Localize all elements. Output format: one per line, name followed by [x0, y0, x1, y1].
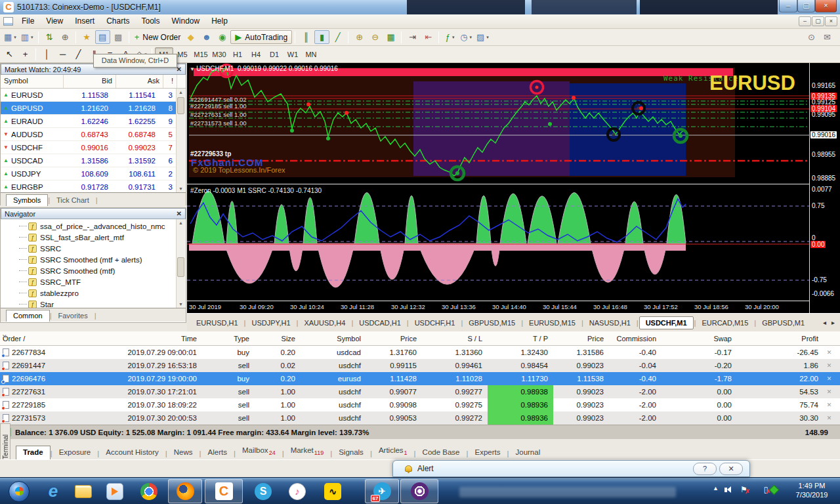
close-button[interactable]: ×	[815, 0, 837, 12]
terminal-tab-articles[interactable]: Articles1	[372, 444, 414, 459]
alert-popup[interactable]: Alert ? ✕	[392, 460, 750, 477]
orders-column-time[interactable]: Time	[91, 335, 202, 343]
chart-tabs-scroll[interactable]: ◂▸	[818, 319, 840, 326]
orders-column-type[interactable]: Type	[202, 335, 255, 343]
taskbar-clock[interactable]: 1:49 PM 7/30/2019	[786, 481, 837, 499]
strategy-tester-button[interactable]: ▩	[111, 30, 126, 44]
close-order-icon[interactable]: ✕	[824, 388, 835, 395]
column-header-[interactable]: !	[163, 75, 177, 88]
orders-column-swap[interactable]: Swap	[662, 335, 737, 343]
orders-column-symbol[interactable]: Symbol	[301, 335, 366, 343]
menu-view[interactable]: View	[40, 14, 69, 28]
mdi-restore-button[interactable]: ▢	[812, 16, 824, 26]
terminal-close-icon[interactable]: ✕	[2, 333, 7, 340]
orders-column-order[interactable]: Order /	[0, 335, 91, 343]
timeframe-m30-button[interactable]: M30	[210, 47, 228, 60]
menu-charts[interactable]: Charts	[100, 14, 135, 28]
close-order-icon[interactable]: ✕	[824, 375, 835, 382]
terminal-tab-experts[interactable]: Experts	[469, 446, 507, 459]
menu-tools[interactable]: Tools	[136, 14, 166, 28]
price-chart-canvas[interactable]	[187, 63, 809, 184]
navigator-item-star[interactable]: ƒStar	[1, 299, 177, 308]
timeframe-h4-button[interactable]: H4	[247, 47, 265, 60]
market-watch-toggle-button[interactable]: ⇅	[42, 30, 57, 44]
order-row-22727631[interactable]: 227276312019.07.30 17:21:01sell1.00usdch…	[0, 385, 840, 398]
scroll-up-icon[interactable]: ▲	[177, 220, 185, 225]
volume-icon[interactable]	[724, 485, 731, 493]
market-watch-row-gbpusd[interactable]: ▲GBPUSD1.216201.216288	[1, 102, 177, 115]
taskbar-tor-button[interactable]	[400, 479, 438, 503]
timeframe-m15-button[interactable]: M15	[192, 47, 210, 60]
mdi-minimize-button[interactable]: –	[799, 16, 811, 26]
orders-column-sl[interactable]: S / L	[422, 335, 488, 343]
terminal-tab-account-history[interactable]: Account History	[99, 446, 165, 459]
order-row-22729185[interactable]: 227291852019.07.30 18:09:22sell1.00usdch…	[0, 398, 840, 411]
scrollbar-thumb[interactable]	[177, 257, 184, 277]
order-row-22731573[interactable]: 227315732019.07.30 20:00:53sell1.00usdch…	[0, 411, 840, 425]
order-row-22696476[interactable]: 226964762019.07.29 19:00:00buy0.20eurusd…	[0, 372, 840, 385]
market-watch-header[interactable]: SymbolBidAsk!	[1, 75, 186, 89]
taskbar-wmp-button[interactable]	[100, 479, 130, 503]
chart-tab-gbpusd-m1[interactable]: GBPUSD,M1	[757, 317, 810, 329]
chart-tab-usdchf-h1[interactable]: USDCHF,H1	[410, 317, 461, 329]
mdi-close-button[interactable]: ×	[825, 16, 837, 26]
trendline-button[interactable]: ╱	[71, 47, 86, 61]
vertical-line-button[interactable]: │	[39, 47, 54, 61]
orders-column-profit[interactable]: Profit	[737, 335, 824, 343]
chart-tab-nasusd-h1[interactable]: NASUSD,H1	[584, 317, 636, 329]
terminal-tab-code-base[interactable]: Code Base	[416, 446, 467, 459]
order-row-22677834[interactable]: 226778342019.07.29 09:00:01buy0.20usdcad…	[0, 346, 840, 359]
terminal-tab-signals[interactable]: Signals	[332, 446, 370, 459]
navigator-item-ssrc-smoothed--mtf---alerts-[interactable]: ƒSSRC Smoothed (mtf + alerts)	[1, 254, 177, 265]
network-error-icon[interactable]: ▯✗	[764, 485, 768, 494]
navigator-item-ssl_fast_sbar_alert_mtf[interactable]: ƒSSL_fast_sBar_alert_mtf	[1, 232, 177, 243]
new-order-button[interactable]: +New Order	[133, 30, 183, 44]
navigator-toggle-button[interactable]: ★	[79, 30, 94, 44]
taskbar-telegram-button[interactable]: ✈67	[365, 479, 399, 503]
market-watch-tab-tick-chart[interactable]: Tick Chart	[50, 195, 96, 206]
antivirus-tray-icon[interactable]	[770, 486, 778, 495]
orders-column-size[interactable]: Size	[255, 335, 301, 343]
terminal-tab-journal[interactable]: Journal	[509, 446, 547, 459]
chart-tab-eurcad-m15[interactable]: EURCAD,M15	[696, 317, 753, 329]
timeframe-mn-button[interactable]: MN	[302, 47, 320, 60]
navigator-item-ssrc[interactable]: ƒSSRC	[1, 243, 177, 254]
close-order-icon[interactable]: ✕	[824, 402, 835, 408]
zoom-in-button[interactable]: ⊕	[352, 30, 367, 44]
pane-divider[interactable]	[187, 184, 809, 184]
periods-button[interactable]: ◷▾	[458, 30, 474, 44]
menu-help[interactable]: Help	[205, 14, 234, 28]
scroll-down-icon[interactable]: ▼	[177, 302, 185, 306]
terminal-tab-mailbox[interactable]: Mailbox24	[236, 444, 282, 459]
navigator-tab-favorites[interactable]: Favorites	[51, 310, 94, 322]
cursor-button[interactable]: ↖	[2, 47, 17, 61]
navigator-item-ssrc-smoothed--mtf-[interactable]: ƒSSRC Smoothed (mtf)	[1, 265, 177, 276]
tile-windows-button[interactable]: ▦	[383, 30, 398, 44]
terminal-tab-market[interactable]: Market119	[284, 444, 331, 459]
orders-column-price[interactable]: Price	[553, 335, 609, 343]
orders-table-header[interactable]: Order /TimeTypeSizeSymbolPriceS / LT / P…	[0, 331, 840, 346]
chat-button[interactable]: ✉	[820, 30, 835, 44]
crosshair-button[interactable]: +	[18, 47, 33, 61]
timeframe-h1-button[interactable]: H1	[228, 47, 247, 60]
title-bar[interactable]: C 5101713: Coinexx-Demo - [USDCHF,M1] – …	[0, 0, 840, 14]
chart-tab-gbpusd-m15[interactable]: GBPUSD,M15	[463, 317, 520, 329]
terminal-tab-news[interactable]: News	[167, 446, 200, 459]
tray-expand-icon[interactable]: ▲	[713, 485, 719, 492]
price-scale[interactable]: 0.991650.991350.991250.991040.990950.990…	[809, 63, 840, 313]
timeframe-d1-button[interactable]: D1	[265, 47, 284, 60]
chart-window[interactable]: 0.991650.991350.991250.991040.990950.990…	[187, 63, 840, 313]
time-axis[interactable]: 30 Jul 201930 Jul 09:2030 Jul 10:2430 Ju…	[187, 301, 809, 313]
taskbar-ie-button[interactable]: e	[38, 479, 68, 503]
horizontal-line-button[interactable]: ─	[55, 47, 70, 61]
taskbar-explorer-button[interactable]	[68, 479, 98, 503]
chart-tab-usdjpy-h1[interactable]: USDJPY,H1	[246, 317, 295, 329]
chart-tab-eurusd-m15[interactable]: EURUSD,M15	[524, 317, 581, 329]
scrollbar-thumb[interactable]	[177, 97, 184, 114]
chart-tab-xauusd-h4[interactable]: XAUUSD,H4	[299, 317, 350, 329]
signals-button[interactable]: ◉	[215, 30, 230, 44]
scroll-down-icon[interactable]: ▼	[177, 186, 185, 191]
restore-button[interactable]: ▢	[797, 0, 815, 12]
column-header-symbol[interactable]: Symbol	[1, 75, 64, 88]
order-row-22691447[interactable]: 226914472019.07.29 16:53:18sell0.02usdch…	[0, 359, 840, 372]
